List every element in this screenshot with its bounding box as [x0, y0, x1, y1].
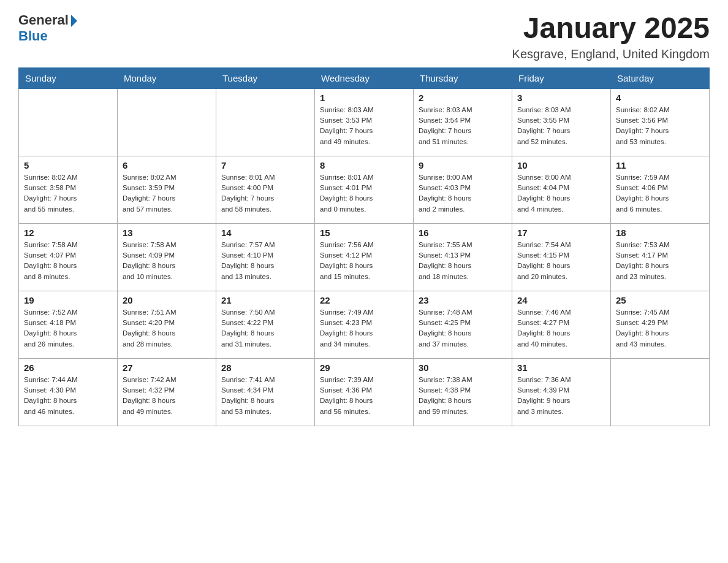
calendar-cell: 27Sunrise: 7:42 AM Sunset: 4:32 PM Dayli… [118, 358, 216, 426]
logo: General Blue [18, 12, 77, 44]
day-number: 8 [320, 160, 408, 170]
day-info: Sunrise: 8:02 AM Sunset: 3:59 PM Dayligh… [123, 172, 211, 215]
day-info: Sunrise: 8:01 AM Sunset: 4:00 PM Dayligh… [221, 172, 309, 215]
calendar-cell [611, 358, 710, 426]
calendar-cell: 3Sunrise: 8:03 AM Sunset: 3:55 PM Daylig… [512, 88, 611, 156]
calendar-cell: 10Sunrise: 8:00 AM Sunset: 4:04 PM Dayli… [512, 156, 611, 223]
day-number: 29 [320, 362, 408, 373]
calendar-week-row: 19Sunrise: 7:52 AM Sunset: 4:18 PM Dayli… [19, 291, 710, 358]
day-number: 6 [123, 160, 211, 170]
calendar-cell: 22Sunrise: 7:49 AM Sunset: 4:23 PM Dayli… [315, 291, 414, 358]
calendar-cell: 24Sunrise: 7:46 AM Sunset: 4:27 PM Dayli… [512, 291, 611, 358]
calendar-cell: 12Sunrise: 7:58 AM Sunset: 4:07 PM Dayli… [19, 223, 118, 291]
calendar-cell: 5Sunrise: 8:02 AM Sunset: 3:58 PM Daylig… [19, 156, 118, 223]
day-number: 10 [517, 160, 605, 170]
calendar-cell: 23Sunrise: 7:48 AM Sunset: 4:25 PM Dayli… [414, 291, 512, 358]
day-info: Sunrise: 7:41 AM Sunset: 4:34 PM Dayligh… [221, 375, 309, 417]
day-number: 7 [221, 160, 309, 170]
day-number: 30 [419, 362, 507, 373]
month-title: January 2025 [512, 12, 710, 45]
day-info: Sunrise: 7:46 AM Sunset: 4:27 PM Dayligh… [517, 307, 605, 350]
day-number: 28 [221, 362, 309, 373]
day-number: 22 [320, 295, 408, 305]
day-number: 25 [616, 295, 704, 305]
day-info: Sunrise: 8:00 AM Sunset: 4:04 PM Dayligh… [517, 172, 605, 215]
calendar-cell: 19Sunrise: 7:52 AM Sunset: 4:18 PM Dayli… [19, 291, 118, 358]
day-number: 21 [221, 295, 309, 305]
day-info: Sunrise: 8:01 AM Sunset: 4:01 PM Dayligh… [320, 172, 408, 215]
page-header: General Blue January 2025 Kesgrave, Engl… [18, 12, 710, 61]
calendar-cell: 20Sunrise: 7:51 AM Sunset: 4:20 PM Dayli… [118, 291, 216, 358]
calendar-cell [216, 88, 315, 156]
day-number: 2 [419, 93, 507, 103]
day-info: Sunrise: 7:53 AM Sunset: 4:17 PM Dayligh… [616, 240, 704, 282]
logo-text: General [18, 12, 77, 28]
day-info: Sunrise: 7:52 AM Sunset: 4:18 PM Dayligh… [24, 307, 112, 350]
calendar-cell [118, 88, 216, 156]
calendar-cell: 29Sunrise: 7:39 AM Sunset: 4:36 PM Dayli… [315, 358, 414, 426]
day-of-week-header: Sunday [19, 67, 118, 88]
day-number: 18 [616, 228, 704, 238]
day-of-week-header: Saturday [611, 67, 710, 88]
calendar-cell: 11Sunrise: 7:59 AM Sunset: 4:06 PM Dayli… [611, 156, 710, 223]
day-info: Sunrise: 7:36 AM Sunset: 4:39 PM Dayligh… [517, 375, 605, 417]
calendar-cell: 17Sunrise: 7:54 AM Sunset: 4:15 PM Dayli… [512, 223, 611, 291]
day-number: 11 [616, 160, 704, 170]
day-number: 19 [24, 295, 112, 305]
calendar-cell: 15Sunrise: 7:56 AM Sunset: 4:12 PM Dayli… [315, 223, 414, 291]
day-info: Sunrise: 8:02 AM Sunset: 3:58 PM Dayligh… [24, 172, 112, 215]
calendar-cell [19, 88, 118, 156]
calendar-week-row: 12Sunrise: 7:58 AM Sunset: 4:07 PM Dayli… [19, 223, 710, 291]
day-info: Sunrise: 8:02 AM Sunset: 3:56 PM Dayligh… [616, 105, 704, 147]
calendar-cell: 21Sunrise: 7:50 AM Sunset: 4:22 PM Dayli… [216, 291, 315, 358]
calendar-cell: 8Sunrise: 8:01 AM Sunset: 4:01 PM Daylig… [315, 156, 414, 223]
calendar-cell: 30Sunrise: 7:38 AM Sunset: 4:38 PM Dayli… [414, 358, 512, 426]
day-number: 14 [221, 228, 309, 238]
calendar-cell: 16Sunrise: 7:55 AM Sunset: 4:13 PM Dayli… [414, 223, 512, 291]
calendar-cell: 1Sunrise: 8:03 AM Sunset: 3:53 PM Daylig… [315, 88, 414, 156]
day-info: Sunrise: 7:42 AM Sunset: 4:32 PM Dayligh… [123, 375, 211, 417]
day-number: 31 [517, 362, 605, 373]
calendar-cell: 9Sunrise: 8:00 AM Sunset: 4:03 PM Daylig… [414, 156, 512, 223]
day-info: Sunrise: 8:03 AM Sunset: 3:53 PM Dayligh… [320, 105, 408, 147]
day-of-week-header: Friday [512, 67, 611, 88]
calendar-cell: 2Sunrise: 8:03 AM Sunset: 3:54 PM Daylig… [414, 88, 512, 156]
day-info: Sunrise: 7:54 AM Sunset: 4:15 PM Dayligh… [517, 240, 605, 282]
calendar-cell: 4Sunrise: 8:02 AM Sunset: 3:56 PM Daylig… [611, 88, 710, 156]
day-number: 4 [616, 93, 704, 103]
day-of-week-header: Tuesday [216, 67, 315, 88]
day-of-week-header: Monday [118, 67, 216, 88]
day-info: Sunrise: 7:51 AM Sunset: 4:20 PM Dayligh… [123, 307, 211, 350]
day-info: Sunrise: 7:58 AM Sunset: 4:09 PM Dayligh… [123, 240, 211, 282]
calendar-cell: 18Sunrise: 7:53 AM Sunset: 4:17 PM Dayli… [611, 223, 710, 291]
calendar-table: SundayMondayTuesdayWednesdayThursdayFrid… [18, 67, 710, 426]
day-info: Sunrise: 7:56 AM Sunset: 4:12 PM Dayligh… [320, 240, 408, 282]
day-number: 13 [123, 228, 211, 238]
logo-general: General [18, 12, 69, 28]
day-of-week-header: Thursday [414, 67, 512, 88]
day-info: Sunrise: 7:49 AM Sunset: 4:23 PM Dayligh… [320, 307, 408, 350]
calendar-cell: 25Sunrise: 7:45 AM Sunset: 4:29 PM Dayli… [611, 291, 710, 358]
day-number: 15 [320, 228, 408, 238]
location: Kesgrave, England, United Kingdom [512, 47, 710, 61]
day-number: 1 [320, 93, 408, 103]
calendar-week-row: 5Sunrise: 8:02 AM Sunset: 3:58 PM Daylig… [19, 156, 710, 223]
day-number: 24 [517, 295, 605, 305]
calendar-cell: 6Sunrise: 8:02 AM Sunset: 3:59 PM Daylig… [118, 156, 216, 223]
calendar-cell: 13Sunrise: 7:58 AM Sunset: 4:09 PM Dayli… [118, 223, 216, 291]
calendar-cell: 28Sunrise: 7:41 AM Sunset: 4:34 PM Dayli… [216, 358, 315, 426]
day-number: 3 [517, 93, 605, 103]
day-number: 23 [419, 295, 507, 305]
logo-arrow-icon [71, 15, 77, 27]
logo-blue: Blue [18, 28, 48, 44]
day-info: Sunrise: 8:03 AM Sunset: 3:54 PM Dayligh… [419, 105, 507, 147]
day-number: 9 [419, 160, 507, 170]
day-number: 26 [24, 362, 112, 373]
calendar-cell: 26Sunrise: 7:44 AM Sunset: 4:30 PM Dayli… [19, 358, 118, 426]
day-number: 16 [419, 228, 507, 238]
day-info: Sunrise: 7:57 AM Sunset: 4:10 PM Dayligh… [221, 240, 309, 282]
day-number: 5 [24, 160, 112, 170]
day-number: 12 [24, 228, 112, 238]
calendar-cell: 31Sunrise: 7:36 AM Sunset: 4:39 PM Dayli… [512, 358, 611, 426]
day-info: Sunrise: 7:44 AM Sunset: 4:30 PM Dayligh… [24, 375, 112, 417]
